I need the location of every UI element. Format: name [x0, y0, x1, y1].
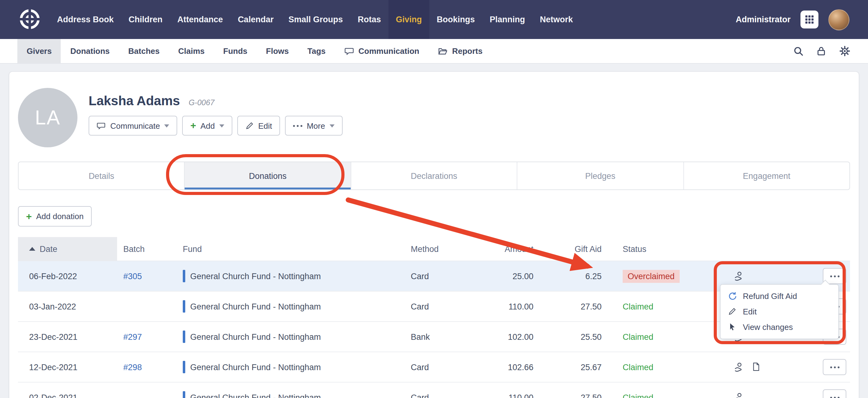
nav-planning[interactable]: Planning [482, 0, 532, 39]
add-donation-label: Add donation [36, 212, 84, 221]
gift-aid-amount: 25.67 [533, 362, 601, 372]
menu-item-view-changes[interactable]: View changes [720, 320, 838, 335]
batch-link[interactable]: #298 [123, 362, 142, 372]
column-header-amount[interactable]: Amount [473, 244, 533, 254]
donation-date: 06-Feb-2022 [18, 271, 117, 281]
giver-avatar[interactable]: LA [18, 88, 78, 147]
nav-children[interactable]: Children [121, 0, 170, 39]
gift-aid-hand-icon [734, 271, 744, 281]
churchsuite-logo-icon[interactable] [19, 8, 41, 30]
status-label: Claimed [623, 393, 653, 398]
subnav-funds-label: Funds [223, 46, 248, 56]
tab-pledges[interactable]: Pledges [517, 162, 683, 190]
column-header-method[interactable]: Method [403, 244, 473, 254]
cursor-icon [728, 323, 737, 332]
table-row[interactable]: 02-Dec-2021 General Church Fund - Nottin… [18, 382, 850, 398]
add-button[interactable]: + Add [182, 116, 232, 136]
edit-button[interactable]: Edit [237, 116, 280, 136]
column-header-fund[interactable]: Fund [180, 244, 403, 254]
subnav-funds[interactable]: Funds [214, 39, 257, 63]
plus-icon: + [26, 211, 32, 221]
search-icon[interactable] [793, 46, 804, 56]
nav-calendar[interactable]: Calendar [230, 0, 281, 39]
row-actions-button[interactable] [823, 359, 846, 375]
batch-link[interactable]: #305 [123, 271, 142, 281]
status-badge: Overclaimed [623, 270, 680, 283]
table-row[interactable]: 12-Dec-2021 #298 General Church Fund - N… [18, 352, 850, 382]
ellipsis-icon [293, 125, 302, 127]
apps-grid-icon[interactable] [801, 10, 818, 29]
subnav-reports-label: Reports [452, 46, 482, 56]
column-header-status[interactable]: Status [601, 244, 713, 254]
donation-method: Card [403, 393, 473, 398]
nav-small-groups[interactable]: Small Groups [281, 0, 350, 39]
subnav-flows[interactable]: Flows [257, 39, 298, 63]
table-header: Date Batch Fund Method Amount Gift Aid S… [18, 237, 850, 261]
column-header-date[interactable]: Date [18, 237, 117, 261]
tab-engagement[interactable]: Engagement [683, 162, 849, 190]
subnav-claims-label: Claims [178, 46, 205, 56]
nav-network[interactable]: Network [532, 0, 581, 39]
subnav-communication[interactable]: Communication [335, 39, 428, 63]
date-header-label: Date [40, 244, 57, 254]
status-label: Claimed [623, 302, 653, 311]
donation-method: Card [403, 271, 473, 281]
fund-name: General Church Fund - Nottingham [190, 302, 321, 311]
nav-attendance[interactable]: Attendance [170, 0, 230, 39]
nav-bookings[interactable]: Bookings [429, 0, 482, 39]
gift-aid-amount: 25.50 [533, 332, 601, 341]
subnav-givers[interactable]: Givers [17, 39, 61, 63]
add-donation-button[interactable]: + Add donation [18, 206, 92, 227]
column-header-gift-aid[interactable]: Gift Aid [533, 244, 601, 254]
tab-declarations[interactable]: Declarations [351, 162, 517, 190]
nav-rotas[interactable]: Rotas [350, 0, 389, 39]
row-actions-button[interactable] [823, 389, 846, 398]
top-nav: Address Book Children Attendance Calenda… [0, 0, 868, 39]
gift-aid-amount: 27.50 [533, 302, 601, 311]
donation-amount: 110.00 [473, 302, 533, 311]
profile-tabs: Details Donations Declarations Pledges E… [18, 162, 850, 190]
column-header-batch[interactable]: Batch [117, 244, 180, 254]
nav-address-book[interactable]: Address Book [50, 0, 121, 39]
user-role-label[interactable]: Administrator [736, 15, 790, 24]
fund-name: General Church Fund - Nottingham [190, 271, 321, 281]
subnav-reports[interactable]: Reports [428, 39, 492, 63]
tab-details[interactable]: Details [19, 162, 184, 190]
user-avatar[interactable] [828, 9, 849, 30]
subnav-givers-label: Givers [27, 46, 52, 56]
subnav-communication-label: Communication [359, 46, 419, 56]
profile-actions: Communicate + Add Edit [89, 116, 342, 136]
tab-donations[interactable]: Donations [184, 162, 351, 190]
donation-method: Card [403, 302, 473, 311]
top-nav-items: Address Book Children Attendance Calenda… [50, 0, 580, 39]
add-label: Add [200, 121, 215, 130]
menu-item-refund-gift-aid[interactable]: Refund Gift Aid [720, 289, 838, 304]
communicate-button[interactable]: Communicate [89, 116, 177, 136]
menu-item-edit[interactable]: Edit [720, 304, 838, 320]
fund-name: General Church Fund - Nottingham [190, 332, 321, 341]
row-context-menu: Refund Gift Aid Edit View changes [720, 284, 839, 339]
menu-item-label: Edit [743, 307, 757, 316]
chevron-down-icon [164, 124, 169, 127]
menu-item-label: View changes [743, 323, 793, 332]
subnav-claims[interactable]: Claims [169, 39, 214, 63]
edit-label: Edit [258, 121, 272, 130]
refund-icon [728, 292, 737, 301]
gear-icon[interactable] [839, 45, 851, 57]
donation-amount: 102.00 [473, 332, 533, 341]
subnav-batches-label: Batches [128, 46, 159, 56]
profile-header: LA Laksha Adams G-0067 Communicate [18, 88, 850, 147]
nav-giving[interactable]: Giving [389, 0, 429, 39]
batch-link[interactable]: #297 [123, 332, 142, 341]
gift-aid-hand-icon [734, 362, 744, 372]
fund-color-bar [183, 391, 185, 398]
lock-icon[interactable] [816, 46, 827, 56]
subnav-batches[interactable]: Batches [119, 39, 169, 63]
subnav-icons [793, 39, 851, 63]
subnav-tags[interactable]: Tags [298, 39, 335, 63]
donation-amount: 25.00 [473, 271, 533, 281]
subnav-donations[interactable]: Donations [61, 39, 119, 63]
more-label: More [307, 121, 325, 130]
status-label: Claimed [623, 362, 653, 372]
more-button[interactable]: More [285, 116, 342, 136]
